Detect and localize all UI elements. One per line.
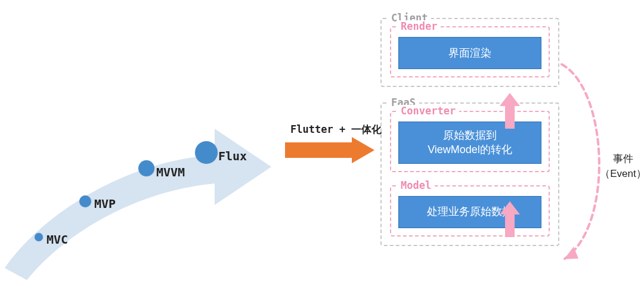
evolution-swoosh: [0, 71, 286, 286]
evolution-label-mvc: MVC: [47, 232, 68, 247]
client-group: Client Render 界面渲染: [380, 18, 559, 87]
right-panel: Client Render 界面渲染 FaaS Converter 原始数据到V…: [380, 18, 559, 246]
converter-box: 原始数据到ViewModel的转化: [398, 122, 541, 164]
converter-group-title: Converter: [397, 105, 459, 117]
evolution-label-mvvm: MVVM: [156, 165, 185, 179]
render-box: 界面渲染: [398, 37, 541, 69]
evolution-dot-mvp: [79, 195, 91, 207]
evolution-label-flux: Flux: [218, 149, 247, 163]
evolution-dot-mvc: [35, 233, 43, 241]
svg-rect-0: [285, 142, 352, 158]
svg-marker-1: [352, 137, 374, 163]
evolution-dot-mvvm: [138, 160, 154, 176]
evolution-label-mvp: MVP: [94, 197, 116, 211]
render-group-title: Render: [397, 20, 441, 32]
render-group: Render 界面渲染: [390, 26, 550, 77]
event-label: 事件 （Event）: [596, 152, 644, 181]
orange-arrow-icon: [285, 137, 374, 163]
evolution-dot-flux: [195, 141, 218, 164]
event-label-line1: 事件: [613, 153, 633, 164]
event-label-line2: （Event）: [600, 168, 644, 179]
model-group-title: Model: [397, 179, 435, 191]
flutter-integration-label: Flutter + 一体化: [290, 123, 382, 136]
model-group: Model 处理业务原始数据: [390, 185, 550, 237]
pink-arrow-model-to-converter-icon: [500, 201, 520, 237]
faas-group: FaaS Converter 原始数据到ViewModel的转化 Model 处…: [380, 102, 559, 246]
pink-arrow-converter-to-render-icon: [500, 93, 520, 129]
model-box: 处理业务原始数据: [398, 196, 541, 228]
svg-marker-3: [500, 201, 520, 237]
converter-group: Converter 原始数据到ViewModel的转化: [390, 111, 550, 172]
svg-marker-2: [500, 93, 520, 129]
